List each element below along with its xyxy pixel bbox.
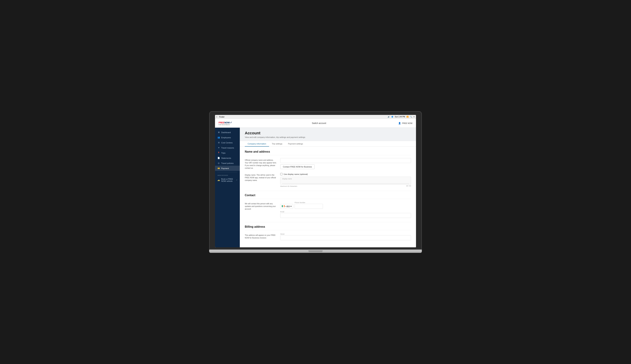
company-name-input[interactable] (280, 158, 411, 163)
name-address-desc: Official company name and address. Your … (245, 158, 277, 170)
user-label: FREE NOW (402, 122, 412, 124)
apple-menu[interactable]:  (217, 116, 217, 118)
header-center: Switch account (240, 121, 398, 125)
billing-title: Billing address (245, 225, 411, 230)
header-right: 👤 FREE NOW (398, 122, 412, 124)
logo-sub: FOR BUSINESS (219, 124, 232, 125)
name-address-title: Name and address (245, 150, 411, 155)
display-name-input[interactable] (282, 180, 409, 184)
sidebar-item-travel-reasons[interactable]: ✈ Travel reasons (215, 145, 240, 150)
form-content: Name and address Official company name a… (240, 146, 416, 247)
travel-policies-icon: ◎ (218, 162, 220, 164)
max-chars-label: Maximum 60 characters (280, 185, 297, 187)
billing-row: This address will appear on your FREE NO… (245, 233, 411, 240)
sidebar-label-employees: Employees (221, 136, 231, 138)
sidebar-item-payment[interactable]: 💳 Payment (215, 166, 240, 171)
search-icon[interactable]: 🔍 (410, 116, 412, 118)
display-name-controls: Use display name (optional) Display name… (280, 173, 411, 187)
tab-company-information[interactable]: Company information (245, 141, 269, 146)
sidebar-label-travel-reasons: Travel reasons (221, 147, 234, 149)
flag-ie (282, 205, 285, 208)
billing-desc: This address will appear on your FREE NO… (245, 233, 277, 239)
travel-reasons-icon: ✈ (218, 146, 220, 149)
menu-icon[interactable]: ≡ (413, 116, 414, 118)
sidebar-label-trips: Trips (221, 152, 226, 154)
statements-icon: 📄 (218, 157, 220, 159)
name-address-controls: Contact FREE NOW for Business (280, 158, 411, 169)
use-display-name-label: Use display name (optional) (284, 173, 308, 175)
cost-centres-icon: ⊟ (218, 142, 220, 144)
email-label: Email (280, 211, 411, 213)
volume-icon: 🔊 (388, 116, 390, 118)
contact-title: Contact (245, 194, 411, 199)
contact-controls: +353 ▾ Phone Number (280, 202, 411, 219)
billing-controls: Street (280, 233, 411, 240)
bluetooth-icon: 🔷 (391, 116, 393, 118)
sidebar-divider (218, 172, 237, 172)
page-subtitle: View and edit company information, trip … (245, 136, 411, 138)
char-count: 49 / 60 (406, 185, 411, 187)
sidebar-item-trips[interactable]: 📍 Trips (215, 150, 240, 156)
finder-label: Finder (219, 116, 225, 118)
display-name-field-label: Display name (282, 178, 409, 180)
dashboard-icon: ⊞ (218, 131, 220, 134)
menubar:  Finder 🔊 🔷 Sun 1:44 PM 📶 🔍 ≡ (215, 115, 416, 119)
contact-desc: We will contact this person with any upd… (245, 202, 277, 210)
time-display: Sun 1:44 PM (395, 116, 405, 118)
logo-check-icon: ✓ (230, 121, 232, 124)
name-address-row: Official company name and address. Your … (245, 158, 411, 170)
phone-number-wrapper: Phone Number (295, 202, 411, 209)
sidebar-label-book-vehicle: Book a FREE NOW vehicle (221, 178, 235, 182)
display-name-desc: Display name. This will be used in the F… (245, 173, 277, 182)
sidebar-item-dashboard[interactable]: ⊞ Dashboard (215, 130, 240, 135)
phone-label: Phone Number (295, 202, 411, 204)
logo-text: FREENOW✓ (219, 121, 232, 124)
sidebar: ⊞ Dashboard 👥 Employees ⊟ Cost Centres (215, 128, 240, 247)
content-area: Account View and edit company informatio… (240, 128, 416, 247)
page-header: Account View and edit company informatio… (240, 128, 416, 141)
phone-code: +353 (285, 205, 290, 208)
display-name-row: Display name. This will be used in the F… (245, 173, 411, 187)
employees-icon: 👥 (218, 136, 220, 138)
app-header: FREENOW✓ FOR BUSINESS Switch account 👤 F… (215, 119, 416, 128)
trips-icon: 📍 (218, 152, 220, 154)
user-icon: 👤 (398, 122, 401, 124)
sidebar-label-cost-centres: Cost Centres (221, 142, 233, 144)
dropdown-chevron-icon: ▾ (291, 205, 292, 208)
email-input[interactable] (280, 213, 411, 218)
sidebar-label-statements: Statements (221, 157, 231, 159)
logo-area: FREENOW✓ FOR BUSINESS (219, 121, 240, 125)
contact-free-now-button[interactable]: Contact FREE NOW for Business (280, 164, 315, 169)
sidebar-label-payment: Payment (221, 167, 229, 170)
street-input[interactable] (280, 235, 411, 240)
contact-row: We will contact this person with any upd… (245, 202, 411, 219)
switch-account-button[interactable]: Switch account (310, 121, 328, 125)
phone-country-selector[interactable]: +353 ▾ (280, 204, 293, 209)
tabs-bar: Company information Trip settings Paymen… (240, 141, 416, 146)
sidebar-label-travel-policies: Travel policies (221, 162, 234, 164)
sidebar-item-statements[interactable]: 📄 Statements (215, 156, 240, 160)
wifi-icon: 📶 (406, 116, 408, 118)
street-label: Street (280, 233, 411, 235)
street-wrapper: Street (280, 233, 411, 240)
tab-payment-settings[interactable]: Payment settings (285, 141, 306, 146)
use-display-name-checkbox[interactable] (280, 173, 283, 175)
external-link-icon: ↗ (236, 179, 237, 181)
sidebar-item-employees[interactable]: 👥 Employees (215, 135, 240, 140)
email-wrapper: Email (280, 211, 411, 219)
sidebar-item-cost-centres[interactable]: ⊟ Cost Centres (215, 140, 240, 145)
sidebar-label-dashboard: Dashboard (221, 131, 231, 134)
display-name-wrapper: Display name (280, 177, 411, 185)
tab-trip-settings[interactable]: Trip settings (269, 141, 285, 146)
sidebar-item-travel-policies[interactable]: ◎ Travel policies (215, 160, 240, 166)
laptop-notch (308, 250, 323, 252)
page-title: Account (245, 131, 411, 136)
use-display-name-row: Use display name (optional) (280, 173, 411, 175)
phone-row: +353 ▾ Phone Number (280, 202, 411, 209)
sidebar-item-book-vehicle[interactable]: 🚕 Book a FREE NOW vehicle ↗ (215, 176, 240, 184)
phone-number-input[interactable] (295, 204, 323, 209)
book-vehicle-icon: 🚕 (218, 179, 220, 181)
payment-icon: 💳 (218, 167, 220, 170)
web-booker-label: WEB BOOKER (215, 174, 240, 176)
